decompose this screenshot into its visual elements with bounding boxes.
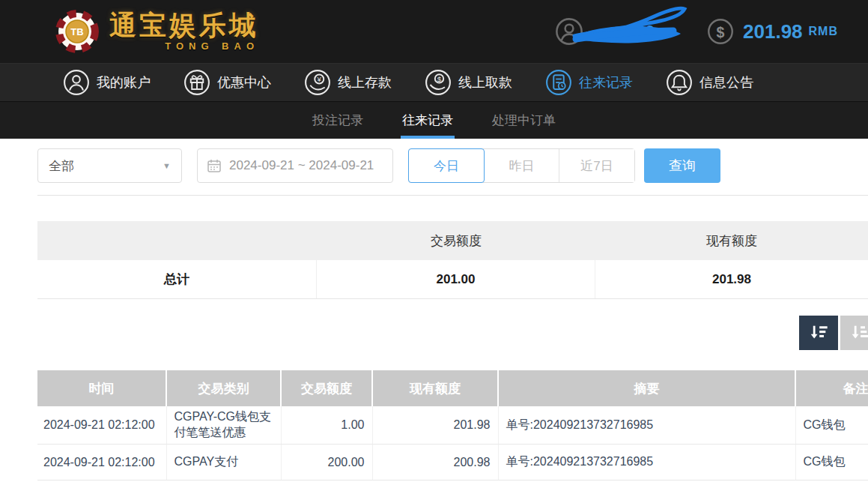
- balance-amount: 201.98: [743, 20, 803, 43]
- nav-item-announcements[interactable]: 信息公告: [666, 69, 753, 96]
- record-subtabs: 投注记录 往来记录 处理中订单: [0, 101, 868, 139]
- records-icon: [545, 69, 572, 96]
- summary-trade-total: 201.00: [317, 260, 595, 298]
- logo-text: 通宝娱乐城 TONG BAO: [109, 12, 259, 52]
- quick-range-7days[interactable]: 近7日: [559, 149, 634, 182]
- summary-header-empty: [37, 221, 317, 260]
- quick-range-group: 今日 昨日 近7日: [408, 148, 635, 183]
- bell-icon: [666, 69, 693, 96]
- cell-type: CGPAY-CG钱包支付笔笔送优惠: [166, 406, 281, 445]
- col-header-type[interactable]: 交易类别: [166, 370, 281, 406]
- filter-toolbar: 全部 ▼ 2024-09-21 ~ 2024-09-21 今日 昨日 近7日: [37, 148, 868, 183]
- nav-item-promotions[interactable]: 优惠中心: [183, 69, 271, 96]
- calendar-icon: [207, 158, 222, 173]
- tab-label: 处理中订单: [492, 112, 556, 129]
- cell-type: CGPAY支付: [166, 445, 281, 481]
- svg-text:$: $: [717, 24, 725, 40]
- nav-label: 信息公告: [699, 73, 753, 91]
- quick-range-yesterday[interactable]: 昨日: [485, 149, 559, 182]
- summary-total-row: 总计 201.00 201.98: [37, 260, 868, 299]
- cell-time: 2024-09-21 02:12:00: [37, 406, 166, 445]
- username-visible-fragment: 590: [627, 22, 655, 41]
- summary-header-row: 交易额度 现有额度: [37, 221, 868, 260]
- records-header-row: 时间 交易类别 交易额度 现有额度 摘要 备注: [37, 370, 868, 406]
- active-tab-underline: [401, 136, 455, 139]
- account-icon: [63, 69, 90, 96]
- col-header-balance[interactable]: 现有额度: [372, 370, 498, 406]
- nav-item-transaction-records[interactable]: 往来记录: [545, 69, 633, 96]
- user-account-box[interactable]: 590: [555, 10, 655, 52]
- col-header-amount[interactable]: 交易额度: [281, 370, 372, 406]
- logo-title: 通宝娱乐城: [109, 12, 259, 39]
- date-range-value: 2024-09-21 ~ 2024-09-21: [229, 158, 374, 173]
- nav-label: 我的账户: [97, 73, 151, 91]
- nav-label: 优惠中心: [217, 73, 271, 91]
- cell-time: 2024-09-21 02:12:00: [37, 445, 166, 481]
- cell-summary: 单号:202409213732716985: [498, 406, 795, 445]
- summary-balance-total: 201.98: [595, 260, 868, 298]
- svg-text:¥: ¥: [317, 75, 322, 83]
- main-navigation: 我的账户 优惠中心 ¥ 线上存款: [0, 63, 868, 101]
- transaction-records-page: TB 通宝娱乐城 TONG BAO 590: [0, 0, 868, 491]
- tab-pending-orders[interactable]: 处理中订单: [491, 102, 557, 139]
- summary-header-trade: 交易额度: [317, 221, 595, 260]
- tab-label: 往来记录: [402, 112, 453, 129]
- nav-label: 往来记录: [579, 73, 633, 91]
- search-button[interactable]: 查询: [644, 148, 720, 183]
- poker-chip-logo-icon: TB: [55, 10, 99, 53]
- cell-summary: 单号:202409213732716985: [498, 445, 795, 481]
- site-logo[interactable]: TB 通宝娱乐城 TONG BAO: [55, 10, 259, 53]
- date-range-input[interactable]: 2024-09-21 ~ 2024-09-21: [197, 148, 393, 183]
- summary-header-balance: 现有额度: [595, 221, 868, 260]
- gift-icon: [183, 69, 210, 96]
- user-avatar-icon: [555, 17, 583, 46]
- nav-label: 线上取款: [458, 73, 512, 91]
- tab-transaction-records[interactable]: 往来记录: [401, 102, 455, 139]
- section-divider: [37, 195, 868, 196]
- table-row: 2024-09-21 02:12:00 CGPAY-CG钱包支付笔笔送优惠 1.…: [37, 406, 868, 445]
- nav-item-online-withdrawal[interactable]: $ 线上取款: [425, 69, 512, 96]
- header-right: 590 $ 201.98 RMB: [555, 10, 838, 52]
- quick-range-today[interactable]: 今日: [408, 148, 485, 183]
- sort-controls: [0, 316, 868, 350]
- type-select[interactable]: 全部 ▼: [37, 148, 182, 183]
- col-header-note[interactable]: 备注: [795, 370, 868, 406]
- summary-total-label: 总计: [37, 260, 317, 298]
- chevron-down-icon: ▼: [163, 161, 171, 170]
- balance-currency: RMB: [809, 25, 838, 38]
- svg-text:$: $: [437, 75, 442, 83]
- quick-range-label: 今日: [434, 157, 459, 175]
- svg-text:TB: TB: [70, 26, 83, 37]
- quick-range-label: 昨日: [509, 157, 535, 175]
- cell-balance: 201.98: [372, 406, 498, 445]
- summary-table: 交易额度 现有额度 总计 201.00 201.98: [37, 221, 868, 299]
- sort-ascending-icon: [849, 322, 868, 343]
- col-header-time[interactable]: 时间: [37, 370, 166, 406]
- type-select-value: 全部: [49, 157, 74, 175]
- table-row: 2024-09-21 02:12:00 CGPAY支付 200.00 200.9…: [37, 445, 868, 481]
- wallet-balance[interactable]: $ 201.98 RMB: [707, 18, 838, 45]
- dollar-coin-icon: $: [707, 18, 734, 45]
- withdrawal-icon: $: [425, 69, 452, 96]
- cell-note: CG钱包: [795, 445, 868, 481]
- col-header-summary[interactable]: 摘要: [498, 370, 795, 406]
- logo-subtitle: TONG BAO: [165, 40, 259, 52]
- nav-label: 线上存款: [338, 73, 392, 91]
- sort-ascending-button[interactable]: [840, 316, 868, 350]
- quick-range-label: 近7日: [580, 157, 613, 175]
- sort-descending-button[interactable]: [799, 316, 838, 350]
- cell-balance: 200.98: [372, 445, 498, 481]
- cell-amount: 1.00: [281, 406, 372, 445]
- sort-descending-icon: [808, 322, 829, 343]
- tab-betting-records[interactable]: 投注记录: [311, 102, 365, 139]
- cell-note: CG钱包: [795, 406, 868, 445]
- tab-label: 投注记录: [312, 112, 363, 129]
- nav-item-online-deposit[interactable]: ¥ 线上存款: [304, 69, 392, 96]
- records-table: 时间 交易类别 交易额度 现有额度 摘要 备注 2024-09-21 02:12…: [37, 370, 868, 481]
- nav-item-my-account[interactable]: 我的账户: [63, 69, 151, 96]
- cell-amount: 200.00: [281, 445, 372, 481]
- top-header: TB 通宝娱乐城 TONG BAO 590: [0, 0, 868, 63]
- deposit-icon: ¥: [304, 69, 331, 96]
